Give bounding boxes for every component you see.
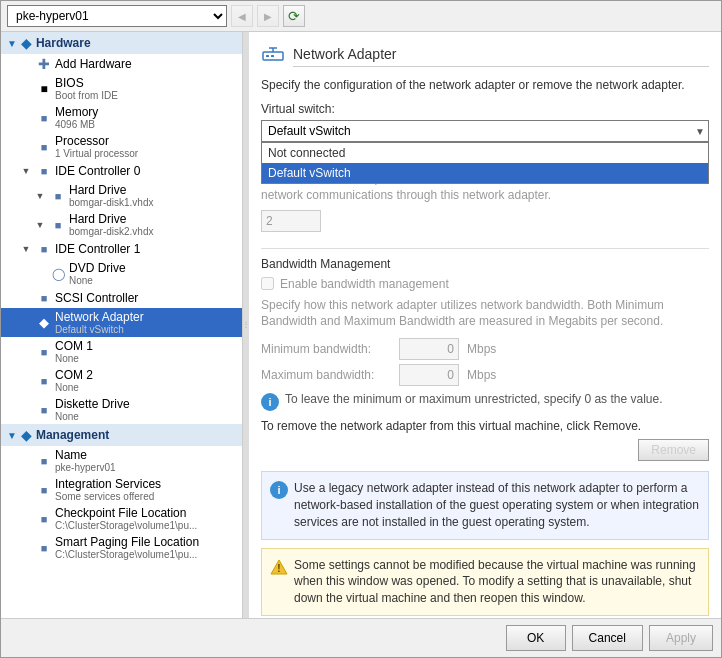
checkpoint-sub: C:\ClusterStorage\volume1\pu... <box>55 520 197 531</box>
sidebar-item-bios[interactable]: ■ BIOS Boot from IDE <box>1 74 242 103</box>
sidebar-item-ide1[interactable]: ▼ ■ IDE Controller 1 <box>1 239 242 259</box>
min-bandwidth-unit: Mbps <box>467 342 496 356</box>
hard-drive-2-text: Hard Drive bomgar-disk2.vhdx <box>69 212 153 237</box>
sidebar-item-com2[interactable]: ■ COM 2 None <box>1 366 242 395</box>
sidebar-item-dvd[interactable]: ◯ DVD Drive None <box>1 259 242 288</box>
svg-rect-2 <box>271 55 274 57</box>
remove-button-container: Remove <box>261 439 709 461</box>
panel-description: Specify the configuration of the network… <box>261 78 709 92</box>
bandwidth-info-icon: i <box>261 393 279 411</box>
back-button[interactable]: ◀ <box>231 5 253 27</box>
dropdown-option-not-connected[interactable]: Not connected <box>262 143 708 163</box>
name-icon: ■ <box>35 453 53 469</box>
bandwidth-info-text: To leave the minimum or maximum unrestri… <box>285 392 709 406</box>
forward-button[interactable]: ▶ <box>257 5 279 27</box>
sidebar-item-name[interactable]: ■ Name pke-hyperv01 <box>1 446 242 475</box>
tree-scroll[interactable]: ▼ ◆ Hardware ✚ Add Hardware ■ <box>1 32 242 618</box>
checkpoint-label: Checkpoint File Location <box>55 506 197 520</box>
ide0-expand: ▼ <box>19 166 33 176</box>
sidebar-item-memory[interactable]: ■ Memory 4096 MB <box>1 103 242 132</box>
management-icon: ◆ <box>21 427 32 443</box>
paging-icon: ■ <box>35 540 53 556</box>
virtual-switch-dropdown-container: Default vSwitch ▼ Not connected Default … <box>261 120 709 142</box>
bandwidth-description: Specify how this network adapter utilize… <box>261 297 709 331</box>
sidebar-item-checkpoint[interactable]: ■ Checkpoint File Location C:\ClusterSto… <box>1 504 242 533</box>
sidebar-item-ide0[interactable]: ▼ ■ IDE Controller 0 <box>1 161 242 181</box>
left-panel: ▼ ◆ Hardware ✚ Add Hardware ■ <box>1 32 243 618</box>
hd2-sub: bomgar-disk2.vhdx <box>69 226 153 237</box>
bandwidth-checkbox[interactable] <box>261 277 274 290</box>
virtual-switch-dropdown[interactable]: Default vSwitch <box>261 120 709 142</box>
dvd-label: DVD Drive <box>69 261 126 275</box>
dvd-icon: ◯ <box>49 266 67 282</box>
name-text: Name pke-hyperv01 <box>55 448 116 473</box>
sidebar-item-add-hardware[interactable]: ✚ Add Hardware <box>1 54 242 74</box>
sidebar-item-scsi[interactable]: ■ SCSI Controller <box>1 288 242 308</box>
hardware-label: Hardware <box>36 36 91 50</box>
ok-button[interactable]: OK <box>506 625 566 651</box>
ide0-label: IDE Controller 0 <box>55 164 140 178</box>
sidebar-item-hard-drive-2[interactable]: ▼ ■ Hard Drive bomgar-disk2.vhdx <box>1 210 242 239</box>
dropdown-option-default-vswitch[interactable]: Default vSwitch <box>262 163 708 183</box>
warning-box: ! Some settings cannot be modified becau… <box>261 548 709 616</box>
hd1-sub: bomgar-disk1.vhdx <box>69 197 153 208</box>
vlan-value-input[interactable] <box>261 210 321 232</box>
sidebar-item-paging[interactable]: ■ Smart Paging File Location C:\ClusterS… <box>1 533 242 562</box>
content-area: ▼ ◆ Hardware ✚ Add Hardware ■ <box>1 32 721 618</box>
diskette-sub: None <box>55 411 130 422</box>
refresh-button[interactable]: ⟳ <box>283 5 305 27</box>
ide1-text: IDE Controller 1 <box>55 242 140 256</box>
add-hardware-icon: ✚ <box>35 56 53 72</box>
com1-text: COM 1 None <box>55 339 93 364</box>
ide1-expand: ▼ <box>19 244 33 254</box>
com2-label: COM 2 <box>55 368 93 382</box>
ide0-icon: ■ <box>35 163 53 179</box>
bandwidth-section: Bandwidth Management Enable bandwidth ma… <box>261 248 709 412</box>
name-sub: pke-hyperv01 <box>55 462 116 473</box>
diskette-text: Diskette Drive None <box>55 397 130 422</box>
bandwidth-info-box: i To leave the minimum or maximum unrest… <box>261 392 709 411</box>
apply-button[interactable]: Apply <box>649 625 713 651</box>
right-panel: Network Adapter Specify the configuratio… <box>249 32 721 618</box>
ide0-text: IDE Controller 0 <box>55 164 140 178</box>
scsi-text: SCSI Controller <box>55 291 138 305</box>
vm-selector[interactable]: pke-hyperv01 <box>7 5 227 27</box>
sidebar-item-processor[interactable]: ■ Processor 1 Virtual processor <box>1 132 242 161</box>
com1-sub: None <box>55 353 93 364</box>
legacy-info-text: Use a legacy network adapter instead of … <box>294 480 700 530</box>
remove-section: To remove the network adapter from this … <box>261 419 709 461</box>
sidebar-item-network[interactable]: ◆ Network Adapter Default vSwitch <box>1 308 242 337</box>
legacy-info-icon: i <box>270 481 288 499</box>
memory-label: Memory <box>55 105 98 119</box>
hardware-icon: ◆ <box>21 35 32 51</box>
max-bandwidth-input[interactable] <box>399 364 459 386</box>
remove-button[interactable]: Remove <box>638 439 709 461</box>
scsi-icon: ■ <box>35 290 53 306</box>
cancel-button[interactable]: Cancel <box>572 625 643 651</box>
diskette-label: Diskette Drive <box>55 397 130 411</box>
svg-rect-1 <box>266 55 269 57</box>
hardware-section-header[interactable]: ▼ ◆ Hardware <box>1 32 242 54</box>
min-bandwidth-input[interactable] <box>399 338 459 360</box>
hd1-expand: ▼ <box>33 191 47 201</box>
processor-icon: ■ <box>35 139 53 155</box>
hard-drive-1-text: Hard Drive bomgar-disk1.vhdx <box>69 183 153 208</box>
top-bar: pke-hyperv01 ◀ ▶ ⟳ <box>1 1 721 32</box>
bios-sub: Boot from IDE <box>55 90 118 101</box>
dvd-text: DVD Drive None <box>69 261 126 286</box>
sidebar-item-com1[interactable]: ■ COM 1 None <box>1 337 242 366</box>
network-label: Network Adapter <box>55 310 144 324</box>
network-sub: Default vSwitch <box>55 324 144 335</box>
management-section-header[interactable]: ▼ ◆ Management <box>1 424 242 446</box>
bottom-bar: OK Cancel Apply <box>1 618 721 657</box>
remove-description: To remove the network adapter from this … <box>261 419 709 433</box>
sidebar-item-hard-drive-1[interactable]: ▼ ■ Hard Drive bomgar-disk1.vhdx <box>1 181 242 210</box>
integration-sub: Some services offered <box>55 491 161 502</box>
processor-text: Processor 1 Virtual processor <box>55 134 138 159</box>
sidebar-item-integration[interactable]: ■ Integration Services Some services off… <box>1 475 242 504</box>
network-adapter-icon <box>261 44 285 68</box>
bios-label: BIOS <box>55 76 118 90</box>
min-bandwidth-label: Minimum bandwidth: <box>261 342 391 356</box>
hd2-label: Hard Drive <box>69 212 153 226</box>
sidebar-item-diskette[interactable]: ■ Diskette Drive None <box>1 395 242 424</box>
